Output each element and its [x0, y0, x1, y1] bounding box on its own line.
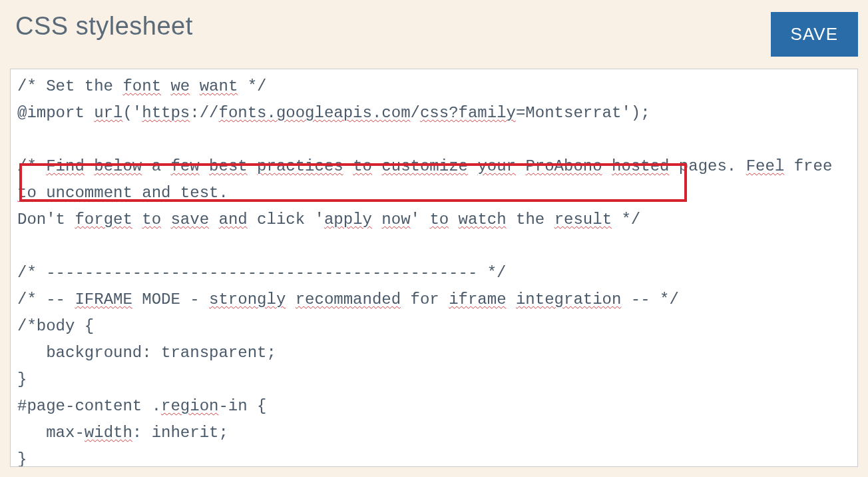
save-button[interactable]: SAVE — [771, 12, 858, 57]
panel-title: CSS stylesheet — [15, 12, 193, 41]
css-editor-textarea[interactable]: /* Set the font we want */ @import url('… — [11, 69, 857, 466]
editor-container: /* Set the font we want */ @import url('… — [10, 69, 858, 467]
panel-header: CSS stylesheet SAVE — [10, 5, 858, 69]
css-stylesheet-panel: CSS stylesheet SAVE /* Set the font we w… — [10, 0, 858, 467]
